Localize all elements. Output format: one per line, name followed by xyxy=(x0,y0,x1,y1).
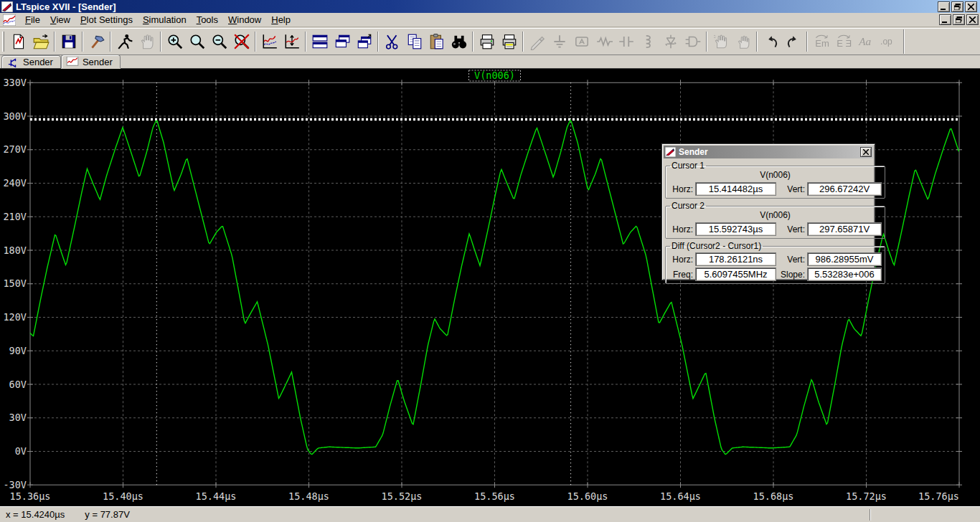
cursor2-horz-field[interactable]: 15.592743µs xyxy=(695,222,776,236)
logic-gate-icon[interactable] xyxy=(682,31,704,52)
move-hand-icon[interactable] xyxy=(710,31,732,52)
toolbar-grip[interactable] xyxy=(2,32,4,52)
mdi-close-button[interactable] xyxy=(966,14,979,25)
zoom-out-icon[interactable] xyxy=(208,31,230,52)
status-bar-divider xyxy=(870,509,871,521)
toolbar-separator xyxy=(706,32,707,52)
menu-plot-settings[interactable]: Plot Settings xyxy=(75,13,138,27)
ltspice-icon xyxy=(665,147,676,157)
print-preview-icon[interactable] xyxy=(498,31,520,52)
menu-window[interactable]: Window xyxy=(223,13,266,27)
mdi-minimize-button[interactable] xyxy=(939,14,951,25)
close-button[interactable] xyxy=(965,1,977,12)
zoom-area-icon[interactable] xyxy=(186,31,208,52)
tab-sender-2[interactable]: Sender xyxy=(61,54,121,68)
mdi-restore-button[interactable] xyxy=(953,14,965,25)
x-axis-label: 15.48µs xyxy=(288,490,329,502)
open-folder-icon[interactable] xyxy=(29,31,52,52)
diff-freq-field[interactable]: 5.6097455MHz xyxy=(695,267,776,281)
y-axis-label: 60V xyxy=(9,379,27,390)
toolbar-separator xyxy=(160,32,161,52)
tile-horizontal-icon[interactable] xyxy=(308,31,331,52)
vertical-autorange-icon[interactable] xyxy=(281,31,303,52)
cursor-dialog[interactable]: Sender Cursor 1 V(n006) Horz: 15.414482µ… xyxy=(661,143,875,280)
cursor2-group-label: Cursor 2 xyxy=(670,201,706,211)
print-icon[interactable] xyxy=(476,31,498,52)
cascade-windows-icon[interactable] xyxy=(353,31,375,52)
y-axis-label: -30V xyxy=(3,479,27,490)
diff-group: Diff (Cursor2 - Cursor1) Horz: 178.26121… xyxy=(665,241,885,284)
menu-tools[interactable]: Tools xyxy=(192,13,223,27)
copy-icon[interactable] xyxy=(403,31,425,52)
cursor1-vert-label: Vert: xyxy=(781,184,805,194)
zoom-in-icon[interactable] xyxy=(164,31,186,52)
toolbar-separator xyxy=(110,32,111,52)
tab-label: Sender xyxy=(83,57,113,67)
drag-hand-icon[interactable] xyxy=(732,31,754,52)
capacitor-icon[interactable] xyxy=(615,31,637,52)
wire-pencil-icon[interactable] xyxy=(526,31,548,52)
y-axis-label: 180V xyxy=(3,245,27,256)
toolbar-separator xyxy=(903,29,905,54)
cursor1-vert-field[interactable]: 296.67242V xyxy=(807,182,882,196)
spice-directive-icon[interactable]: .op xyxy=(877,31,899,52)
x-axis-label: 15.64µs xyxy=(660,490,701,502)
title-bar[interactable]: LTspice XVII - [Sender] xyxy=(0,0,980,13)
text-icon[interactable]: Aa xyxy=(854,31,877,52)
cursor1-horz-field[interactable]: 15.414482µs xyxy=(695,182,776,196)
cursor-dialog-close-button[interactable] xyxy=(860,147,872,157)
menu-bar: FileViewPlot SettingsSimulationToolsWind… xyxy=(0,13,980,27)
y-axis-label: 90V xyxy=(9,345,27,356)
mirror-icon[interactable]: Em xyxy=(810,31,832,52)
cursor1-horz-label: Horz: xyxy=(669,184,693,194)
save-icon[interactable] xyxy=(57,31,80,52)
cursor1-group: Cursor 1 V(n006) Horz: 15.414482µs Vert:… xyxy=(665,161,885,199)
y-axis-label: 150V xyxy=(3,277,27,289)
toolbar-separator xyxy=(82,32,83,52)
find-icon[interactable] xyxy=(448,31,470,52)
inductor-icon[interactable] xyxy=(637,31,659,52)
diff-horz-field[interactable]: 178.26121ns xyxy=(695,252,776,266)
redo-icon[interactable] xyxy=(782,31,804,52)
diff-freq-label: Freq: xyxy=(669,270,693,280)
waveform-plot-pane[interactable]: 330V300V270V240V210V180V150V120V90V60V30… xyxy=(0,69,980,506)
x-axis-label: 15.36µs xyxy=(10,490,51,502)
autorange-plot-icon[interactable] xyxy=(258,31,281,52)
paste-icon[interactable] xyxy=(425,31,448,52)
rotate-icon[interactable]: E Ǝ xyxy=(832,31,854,52)
minimize-button[interactable] xyxy=(938,1,950,12)
zoom-full-extents-icon[interactable] xyxy=(230,31,253,52)
window-title: LTspice XVII - [Sender] xyxy=(16,1,938,12)
undo-icon[interactable] xyxy=(760,31,782,52)
restore-button[interactable] xyxy=(951,1,963,12)
mdi-window-controls xyxy=(939,14,979,25)
menu-view[interactable]: View xyxy=(45,13,75,27)
control-panel-hammer-icon[interactable] xyxy=(85,31,108,52)
diode-icon[interactable] xyxy=(659,31,682,52)
run-icon[interactable] xyxy=(113,31,136,52)
cursor2-vert-field[interactable]: 297.65871V xyxy=(807,222,882,236)
diff-group-label: Diff (Cursor2 - Cursor1) xyxy=(670,241,763,251)
cursor-dialog-titlebar[interactable]: Sender xyxy=(664,146,873,158)
waveform-tab-icon xyxy=(66,57,79,67)
toolbar-separator xyxy=(255,32,256,52)
tile-vertical-icon[interactable] xyxy=(331,31,353,52)
tab-sender-1[interactable]: Sender xyxy=(1,55,61,68)
menu-file[interactable]: File xyxy=(20,13,45,27)
trace-label[interactable]: V(n006) xyxy=(474,70,515,81)
diff-slope-field[interactable]: 5.53283e+006 xyxy=(807,267,882,281)
cursor2-vert-label: Vert: xyxy=(781,224,805,234)
toolbar: EmE ƎAa.op xyxy=(0,28,980,55)
menu-help[interactable]: Help xyxy=(266,13,296,27)
net-label-icon[interactable] xyxy=(570,31,593,52)
ground-icon[interactable] xyxy=(548,31,570,52)
halt-hand-icon[interactable] xyxy=(136,31,158,52)
window-controls xyxy=(938,1,977,12)
toolbar-separator xyxy=(522,32,524,52)
menu-simulation[interactable]: Simulation xyxy=(138,13,192,27)
new-file-icon[interactable] xyxy=(7,31,29,52)
cut-icon[interactable] xyxy=(381,31,403,52)
diff-vert-field[interactable]: 986.28955mV xyxy=(807,252,882,266)
resistor-icon[interactable] xyxy=(593,31,615,52)
status-y-readout: y = 77.87V xyxy=(85,509,130,520)
